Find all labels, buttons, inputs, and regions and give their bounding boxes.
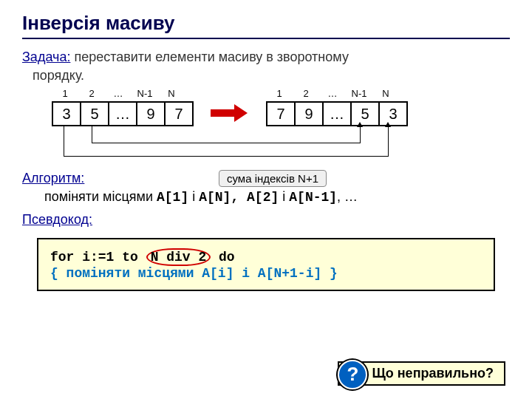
t: поміняти місцями (44, 189, 157, 204)
code-line-1: for i:=1 to N div 2 do (50, 248, 482, 266)
arrowhead-icon (357, 122, 363, 127)
idx: … (319, 88, 346, 99)
svg-rect-0 (211, 109, 234, 117)
cell: 3 (53, 103, 81, 125)
task-text-1: переставити елементи масиву в зворотному (70, 50, 349, 64)
idx: 2 (293, 88, 319, 99)
question-text: Що неправильно? (372, 366, 494, 381)
arrow-icon (211, 104, 248, 122)
slide-title: Інверсія масиву (22, 12, 510, 39)
code-line-2: { поміняти місцями A[i] i A[N+1-i] } (50, 266, 482, 281)
array-left: 3 5 … 9 7 (52, 101, 194, 126)
swap-connector-inner (92, 126, 361, 143)
cell: 9 (296, 103, 324, 125)
cell: 7 (166, 103, 192, 125)
t: , (231, 190, 247, 205)
idx: 2 (78, 88, 105, 99)
idx: … (105, 88, 132, 99)
cell: 3 (380, 103, 406, 125)
idx: N (158, 88, 185, 99)
t: і (188, 189, 199, 204)
cell: … (109, 103, 137, 125)
kw: for i:=1 to (50, 250, 146, 265)
task-line: Задача: переставити елементи масиву в зв… (22, 50, 510, 65)
arrowhead-icon (385, 122, 391, 127)
idx: 1 (52, 88, 78, 99)
idx: N (372, 88, 399, 99)
t: і (279, 189, 289, 204)
svg-marker-1 (234, 104, 248, 122)
code: A[2] (247, 190, 279, 205)
pseudocode-box: for i:=1 to N div 2 do { поміняти місцям… (37, 238, 495, 291)
task-label: Задача: (22, 50, 70, 64)
question-callout: ? Що неправильно? (338, 361, 505, 386)
question-mark-icon: ? (338, 360, 367, 389)
idx: 1 (266, 88, 293, 99)
task-text-2: порядку. (33, 68, 510, 83)
code: A[1] (157, 190, 188, 205)
idx: N-1 (346, 88, 372, 99)
indices-right: 1 2 … N-1 N (266, 88, 399, 99)
code: A[N] (199, 190, 231, 205)
idx: N-1 (132, 88, 158, 99)
cell: 9 (137, 103, 166, 125)
indices-left: 1 2 … N-1 N (52, 88, 185, 99)
note-box: сума індексів N+1 (219, 170, 327, 187)
cell: 5 (352, 103, 380, 125)
algo-text: сума індексів N+1 поміняти місцями A[1] … (44, 189, 510, 205)
t: , … (337, 189, 358, 204)
cell: 5 (81, 103, 109, 125)
code: A[N-1] (289, 190, 337, 205)
array-diagram: 1 2 … N-1 N 3 5 … 9 7 1 2 … N-1 N 7 9 … … (52, 88, 510, 169)
kw: do (211, 250, 234, 265)
cell: 7 (267, 103, 296, 125)
highlight-oval: N div 2 (146, 248, 211, 266)
cell: … (324, 103, 352, 125)
pseudo-label: Псевдокод: (22, 212, 510, 228)
